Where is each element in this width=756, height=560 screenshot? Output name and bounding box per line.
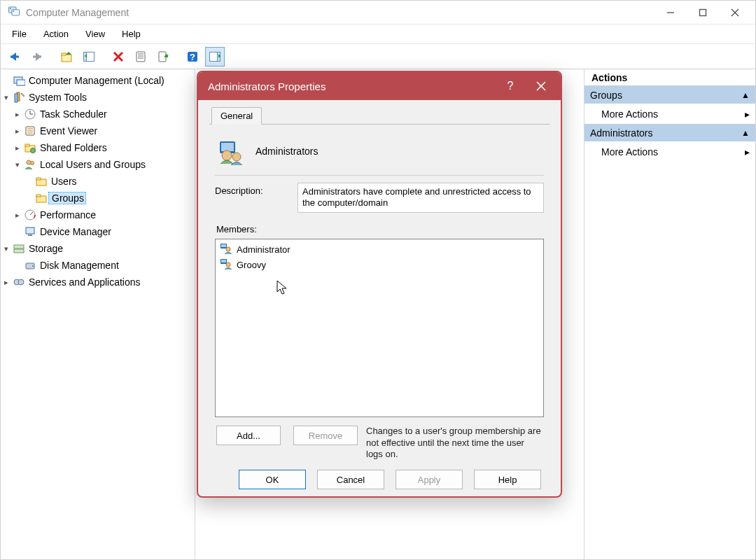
tree-event-viewer-label: Event Viewer bbox=[38, 125, 97, 136]
toolbar-properties-button[interactable] bbox=[131, 47, 150, 66]
tree-system-tools[interactable]: ▾ System Tools bbox=[1, 89, 195, 106]
svg-point-75 bbox=[226, 262, 230, 267]
svg-rect-45 bbox=[25, 144, 29, 146]
tree-disk-management-label: Disk Management bbox=[38, 260, 119, 271]
ok-button[interactable]: OK bbox=[239, 470, 306, 489]
chevron-right-icon[interactable]: ▸ bbox=[12, 144, 23, 153]
toolbar-delete-button[interactable] bbox=[108, 47, 128, 66]
tree-disk-management[interactable]: Disk Management bbox=[1, 257, 195, 274]
tree-device-manager[interactable]: Device Manager bbox=[1, 223, 195, 240]
toolbar-show-hide-console-button[interactable] bbox=[79, 47, 99, 66]
window-title: Computer Management bbox=[26, 7, 129, 18]
actions-item-more-groups[interactable]: More Actions ▸ bbox=[584, 104, 755, 124]
tab-general[interactable]: General bbox=[211, 107, 262, 125]
user-icon bbox=[220, 258, 232, 272]
apply-button[interactable]: Apply bbox=[396, 470, 463, 489]
toolbar-help-button[interactable]: ? bbox=[183, 47, 202, 66]
menu-help[interactable]: Help bbox=[115, 27, 148, 41]
dialog-titlebar: Administrators Properties ? bbox=[198, 72, 561, 100]
folder-icon bbox=[34, 175, 48, 188]
dialog-close-button[interactable] bbox=[526, 73, 556, 99]
svg-text:?: ? bbox=[190, 52, 195, 62]
chevron-right-icon: ▸ bbox=[745, 108, 750, 120]
shared-folders-icon bbox=[23, 141, 37, 154]
svg-rect-5 bbox=[700, 9, 706, 15]
tree-device-manager-label: Device Manager bbox=[38, 226, 111, 237]
svg-point-47 bbox=[27, 160, 31, 164]
remove-button[interactable]: Remove bbox=[293, 426, 358, 445]
menu-view[interactable]: View bbox=[78, 27, 112, 41]
actions-section-label: Administrators bbox=[590, 127, 652, 139]
tree-event-viewer[interactable]: ▸ Event Viewer bbox=[1, 122, 195, 139]
tree-storage[interactable]: ▾ Storage bbox=[1, 240, 195, 257]
users-groups-icon bbox=[23, 158, 37, 171]
minimize-button[interactable] bbox=[654, 1, 687, 24]
chevron-right-icon[interactable]: ▸ bbox=[12, 211, 23, 220]
chevron-right-icon[interactable]: ▸ bbox=[1, 278, 12, 287]
cancel-button[interactable]: Cancel bbox=[317, 470, 384, 489]
tree-root-label: Computer Management (Local) bbox=[27, 75, 164, 86]
add-button[interactable]: Add... bbox=[216, 426, 281, 445]
toolbar-up-button[interactable] bbox=[57, 47, 76, 66]
folder-icon bbox=[34, 192, 48, 204]
help-button[interactable]: Help bbox=[474, 470, 541, 489]
member-name: Administrator bbox=[237, 244, 290, 255]
close-button[interactable] bbox=[719, 1, 751, 24]
event-viewer-icon bbox=[23, 125, 37, 137]
maximize-button[interactable] bbox=[687, 1, 719, 24]
svg-rect-35 bbox=[15, 94, 18, 102]
svg-rect-1 bbox=[12, 10, 20, 15]
svg-point-63 bbox=[18, 279, 24, 285]
chevron-right-icon[interactable]: ▸ bbox=[12, 110, 23, 119]
actions-section-groups[interactable]: Groups ▲ bbox=[584, 86, 755, 104]
toolbar-forward-button[interactable] bbox=[27, 47, 47, 66]
members-list[interactable]: Administrator Groovy bbox=[215, 239, 544, 418]
tree-local-users-groups[interactable]: ▾ Local Users and Groups bbox=[1, 156, 195, 173]
svg-rect-11 bbox=[33, 55, 41, 57]
svg-rect-71 bbox=[221, 244, 226, 247]
tree-services-apps[interactable]: ▸ Services and Applications bbox=[1, 274, 195, 290]
collapse-icon: ▲ bbox=[741, 90, 750, 100]
description-field[interactable]: Administrators have complete and unrestr… bbox=[298, 183, 544, 213]
list-item[interactable]: Administrator bbox=[218, 242, 540, 258]
toolbar-actions-pane-button[interactable] bbox=[205, 47, 225, 66]
chevron-down-icon[interactable]: ▾ bbox=[1, 244, 12, 253]
actions-header: Actions bbox=[584, 69, 755, 86]
svg-rect-33 bbox=[17, 80, 25, 85]
tree-groups[interactable]: Groups bbox=[1, 190, 195, 206]
description-label: Description: bbox=[215, 183, 288, 196]
toolbar: ? bbox=[1, 44, 755, 69]
tree-task-scheduler[interactable]: ▸ Task Scheduler bbox=[1, 106, 195, 122]
tree-root[interactable]: Computer Management (Local) bbox=[1, 72, 195, 89]
list-item[interactable]: Groovy bbox=[218, 258, 540, 273]
tree-shared-folders[interactable]: ▸ Shared Folders bbox=[1, 139, 195, 156]
tree-shared-folders-label: Shared Folders bbox=[38, 142, 107, 153]
group-icon bbox=[218, 137, 246, 165]
toolbar-back-button[interactable] bbox=[5, 47, 24, 66]
actions-item-more-admins[interactable]: More Actions ▸ bbox=[584, 142, 755, 162]
member-name: Groovy bbox=[237, 260, 266, 270]
svg-point-68 bbox=[222, 150, 232, 160]
chevron-down-icon[interactable]: ▾ bbox=[12, 160, 23, 169]
tree-performance-label: Performance bbox=[38, 209, 96, 220]
storage-icon bbox=[12, 242, 26, 255]
svg-point-72 bbox=[226, 247, 230, 251]
svg-rect-50 bbox=[36, 178, 41, 180]
svg-rect-52 bbox=[36, 195, 41, 197]
chevron-right-icon[interactable]: ▸ bbox=[12, 127, 23, 136]
chevron-right-icon: ▸ bbox=[745, 146, 750, 158]
actions-section-administrators[interactable]: Administrators ▲ bbox=[584, 124, 755, 142]
svg-rect-13 bbox=[62, 53, 66, 55]
menu-file[interactable]: File bbox=[5, 27, 34, 41]
actions-pane: Actions Groups ▲ More Actions ▸ Administ… bbox=[584, 69, 755, 559]
tree-users[interactable]: Users bbox=[1, 173, 195, 190]
svg-rect-26 bbox=[164, 56, 168, 57]
svg-point-48 bbox=[31, 162, 34, 165]
dialog-help-button[interactable]: ? bbox=[495, 73, 526, 99]
actions-item-label: More Actions bbox=[601, 108, 658, 120]
svg-rect-74 bbox=[221, 260, 226, 262]
tree-performance[interactable]: ▸ Performance bbox=[1, 206, 195, 223]
toolbar-export-button[interactable] bbox=[153, 47, 173, 66]
chevron-down-icon[interactable]: ▾ bbox=[1, 93, 12, 102]
menu-action[interactable]: Action bbox=[36, 27, 76, 41]
